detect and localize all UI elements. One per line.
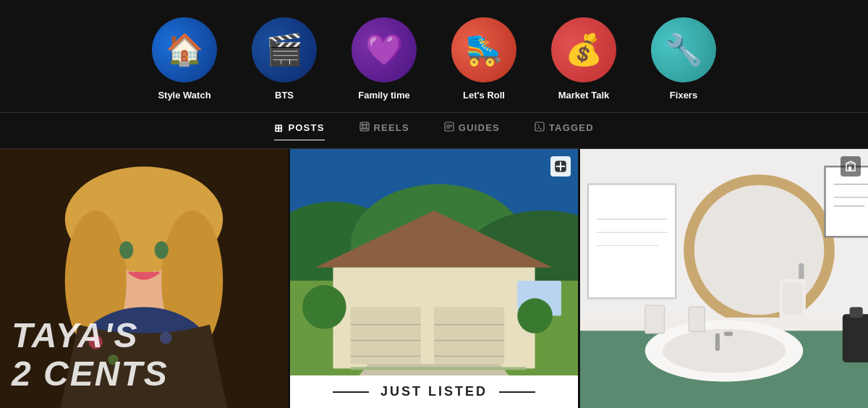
grid-item-house[interactable]: JUST LISTED	[290, 149, 578, 408]
page-wrapper: 🏠 Style Watch 🎬 BTS 💜 Family time 🛼 Let'…	[0, 0, 868, 408]
svg-rect-0	[360, 122, 369, 131]
tab-reels-label: REELS	[374, 122, 409, 133]
highlight-style-watch[interactable]: 🏠 Style Watch	[152, 17, 217, 101]
bts-emoji: 🎬	[265, 35, 303, 65]
svg-point-50	[689, 179, 829, 320]
highlight-label-lets-roll: Let's Roll	[463, 90, 505, 101]
lets-roll-emoji: 🛼	[465, 35, 503, 65]
house-grid-indicator	[550, 156, 571, 177]
taya-line2: 2 CENTS	[12, 355, 169, 394]
highlight-label-bts: BTS	[275, 90, 294, 101]
tab-tagged-label: TAGGED	[549, 122, 594, 133]
guides-icon	[444, 122, 454, 134]
highlight-market-talk[interactable]: 💰 Market Talk	[551, 17, 616, 101]
svg-point-43	[517, 298, 553, 333]
highlight-circle-family-time: 💜	[352, 17, 417, 82]
just-listed-text: JUST LISTED	[380, 384, 488, 399]
tab-reels[interactable]: REELS	[359, 122, 409, 140]
svg-rect-47	[556, 167, 560, 171]
highlight-label-fixers: Fixers	[670, 90, 697, 101]
posts-icon: ⊞	[274, 122, 284, 134]
svg-point-58	[663, 329, 786, 373]
tab-posts-label: POSTS	[288, 122, 324, 133]
tab-posts[interactable]: ⊞ POSTS	[274, 122, 324, 140]
svg-rect-65	[689, 307, 705, 331]
svg-point-1	[362, 125, 366, 129]
svg-rect-73	[848, 166, 851, 171]
svg-point-17	[119, 241, 133, 258]
taya-line1: TAYA'S	[12, 317, 169, 355]
tagged-icon	[535, 122, 545, 134]
svg-point-18	[155, 241, 169, 258]
grid-item-bathroom[interactable]	[580, 149, 868, 408]
just-listed-bar: JUST LISTED	[290, 375, 578, 408]
highlight-label-market-talk: Market Talk	[558, 90, 610, 101]
svg-rect-45	[556, 161, 560, 166]
bathroom-image	[580, 149, 868, 408]
taya-overlay-text: TAYA'S 2 CENTS	[12, 317, 169, 394]
svg-rect-48	[561, 167, 566, 171]
svg-rect-32	[434, 307, 504, 364]
svg-rect-31	[351, 307, 421, 364]
highlight-family-time[interactable]: 💜 Family time	[352, 17, 417, 101]
svg-rect-67	[850, 307, 863, 318]
svg-rect-66	[843, 314, 868, 362]
style-watch-emoji: 🏠	[166, 35, 203, 65]
highlight-circle-fixers: 🔧	[651, 17, 716, 82]
highlight-label-style-watch: Style Watch	[158, 90, 210, 101]
svg-rect-51	[588, 184, 676, 299]
highlights-section: 🏠 Style Watch 🎬 BTS 💜 Family time 🛼 Let'…	[0, 0, 868, 112]
highlight-lets-roll[interactable]: 🛼 Let's Roll	[451, 17, 516, 101]
highlight-circle-lets-roll: 🛼	[451, 17, 516, 82]
highlight-fixers[interactable]: 🔧 Fixers	[651, 17, 716, 101]
highlight-circle-bts: 🎬	[252, 17, 317, 82]
tab-guides-label: GUIDES	[459, 122, 500, 133]
svg-rect-60	[724, 331, 733, 336]
tab-guides[interactable]: GUIDES	[444, 122, 500, 140]
tab-tagged[interactable]: TAGGED	[535, 122, 594, 140]
market-talk-emoji: 💰	[565, 35, 603, 65]
fixers-emoji: 🔧	[665, 35, 702, 65]
svg-point-42	[302, 285, 346, 329]
just-listed-line-left	[333, 391, 369, 393]
highlight-label-family-time: Family time	[358, 90, 410, 101]
svg-rect-46	[561, 161, 566, 166]
tabs-row: ⊞ POSTS REELS	[0, 113, 868, 149]
svg-rect-64	[645, 305, 665, 333]
family-time-emoji: 💜	[365, 35, 403, 65]
just-listed-line-right	[499, 391, 535, 393]
svg-rect-59	[715, 333, 720, 351]
image-grid: TAYA'S 2 CENTS	[0, 149, 868, 408]
svg-rect-68	[825, 166, 868, 237]
house-image	[290, 149, 578, 408]
highlight-circle-style-watch: 🏠	[152, 17, 217, 82]
highlight-circle-market-talk: 💰	[551, 17, 616, 82]
svg-rect-63	[783, 282, 802, 315]
highlight-bts[interactable]: 🎬 BTS	[252, 17, 317, 101]
reels-icon	[359, 122, 370, 134]
bathroom-grid-indicator	[841, 156, 861, 177]
grid-item-taya[interactable]: TAYA'S 2 CENTS	[0, 149, 288, 408]
